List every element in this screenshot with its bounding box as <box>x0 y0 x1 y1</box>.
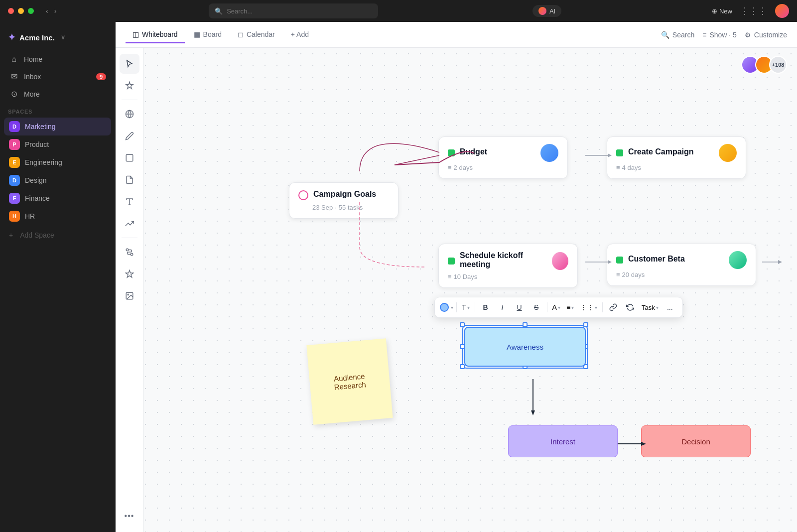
show-button[interactable]: ≡ Show · 5 <box>702 31 737 39</box>
sidebar-item-engineering[interactable]: E Engineering <box>4 153 111 171</box>
goals-status-circle <box>298 190 308 200</box>
schedule-kickoff-card[interactable]: Schedule kickoff meeting ≡ 10 Days <box>438 244 578 288</box>
chevron-down-icon: ▾ <box>595 305 597 310</box>
sidebar-item-inbox[interactable]: ✉ Inbox 9 <box>4 68 111 85</box>
new-button[interactable]: ⊕ New <box>712 7 732 15</box>
awareness-box[interactable]: Awareness <box>464 327 586 367</box>
list-icon: ≡ <box>448 164 452 171</box>
space-label: Design <box>25 176 47 184</box>
svg-point-5 <box>131 253 133 256</box>
decision-box[interactable]: Decision <box>641 425 751 457</box>
tab-board[interactable]: ▦ Board <box>187 26 229 43</box>
tab-whiteboard[interactable]: ◫ Whiteboard <box>126 26 185 43</box>
beta-avatar <box>729 251 747 269</box>
forward-arrow[interactable]: › <box>52 6 59 16</box>
arrow-tool[interactable] <box>120 214 139 234</box>
text-tool[interactable] <box>120 192 139 212</box>
filter-icon: ≡ <box>702 31 706 39</box>
fmt-separator-1 <box>456 302 457 312</box>
handle-tr[interactable] <box>583 322 588 327</box>
text-style-dropdown[interactable]: T ▾ <box>460 303 472 311</box>
link-button[interactable] <box>606 300 621 314</box>
square-tool[interactable] <box>120 148 139 168</box>
global-search-bar[interactable]: 🔍 <box>209 3 378 18</box>
content-area: ◫ Whiteboard ▦ Board ◻ Calendar + Add 🔍 <box>116 22 797 532</box>
sidebar-item-finance[interactable]: F Finance <box>4 189 111 207</box>
pencil-tool[interactable] <box>120 126 139 146</box>
add-view-button[interactable]: + Add <box>284 26 316 43</box>
board-icon: ▦ <box>194 30 200 38</box>
more-format-button[interactable]: ... <box>663 300 677 314</box>
sidebar-item-home[interactable]: ⌂ Home <box>4 51 111 68</box>
align-dropdown[interactable]: ≡ ▾ <box>564 303 576 311</box>
create-campaign-card[interactable]: Create Campaign ≡ 4 days <box>607 136 746 179</box>
back-arrow[interactable]: ‹ <box>44 6 50 16</box>
ai-button[interactable]: AI <box>532 5 561 17</box>
sidebar-item-hr[interactable]: H HR <box>4 207 111 225</box>
svg-point-7 <box>128 294 129 295</box>
list-dropdown[interactable]: ⋮⋮ ▾ <box>578 303 599 311</box>
chevron-down-icon: ∨ <box>61 34 65 41</box>
fmt-separator-3 <box>547 302 547 312</box>
create-campaign-meta: ≡ 4 days <box>616 164 737 171</box>
color-chevron: ▾ <box>451 305 453 310</box>
maximize-button[interactable] <box>28 8 34 14</box>
sidebar-logo[interactable]: ✦ Acme Inc. ∨ <box>0 28 115 51</box>
inbox-icon: ✉ <box>9 72 19 81</box>
sidebar-item-design[interactable]: D Design <box>4 171 111 189</box>
title-bar: ‹ › 🔍 AI ⊕ New ⋮⋮⋮ <box>0 0 797 22</box>
strikethrough-button[interactable]: S <box>529 300 544 314</box>
note-tool[interactable] <box>120 170 139 190</box>
global-search-input[interactable] <box>227 7 372 15</box>
italic-button[interactable]: I <box>495 300 510 314</box>
whiteboard-canvas[interactable]: ••• +108 <box>116 48 797 532</box>
bold-button[interactable]: B <box>478 300 493 314</box>
image-tool[interactable] <box>120 286 139 306</box>
tab-calendar[interactable]: ◻ Calendar <box>231 26 282 43</box>
customer-beta-card[interactable]: Customer Beta ≡ 20 days <box>607 244 756 286</box>
sidebar-item-marketing[interactable]: D Marketing <box>4 118 111 135</box>
cursor-tool[interactable] <box>120 54 139 74</box>
tabs: ◫ Whiteboard ▦ Board ◻ Calendar + Add <box>126 26 661 43</box>
create-campaign-status <box>616 149 623 156</box>
budget-avatar <box>540 144 558 162</box>
task-label: Task <box>642 304 655 311</box>
handle-bl[interactable] <box>460 364 465 369</box>
sidebar-item-label: Inbox <box>24 73 41 81</box>
awareness-label: Awareness <box>507 343 543 351</box>
avatar-overflow: +108 <box>769 56 787 74</box>
minimize-button[interactable] <box>18 8 24 14</box>
customize-button[interactable]: ⚙ Customize <box>745 31 787 39</box>
font-size-dropdown[interactable]: A ▾ <box>550 303 562 311</box>
grid-icon[interactable]: ⋮⋮⋮ <box>740 5 767 16</box>
more-tools[interactable]: ••• <box>120 506 139 526</box>
more-label: ... <box>667 303 673 311</box>
new-label: New <box>719 7 732 15</box>
spaces-list: D Marketing P Product E Engineering D De… <box>0 118 115 225</box>
add-space-button[interactable]: + Add Space <box>0 227 115 243</box>
search-button[interactable]: 🔍 Search <box>661 31 694 39</box>
close-button[interactable] <box>8 8 14 14</box>
handle-tl[interactable] <box>460 322 465 327</box>
ellipsis-icon: ••• <box>125 512 134 521</box>
campaign-goals-card[interactable]: Campaign Goals 23 Sep · 55 tasks <box>289 182 398 219</box>
color-picker[interactable] <box>440 303 449 312</box>
chevron-down-icon: ▾ <box>656 305 659 310</box>
connect-tool[interactable] <box>120 242 139 262</box>
underline-button[interactable]: U <box>512 300 527 314</box>
chevron-down-icon: ▾ <box>558 305 560 310</box>
svg-marker-17 <box>778 260 782 264</box>
magic-tool[interactable] <box>120 76 139 96</box>
spaces-label: Spaces <box>0 103 115 118</box>
user-avatar[interactable] <box>775 4 789 18</box>
ai-icon <box>538 7 546 15</box>
sidebar-item-more[interactable]: ⊙ More <box>4 85 111 103</box>
interest-box[interactable]: Interest <box>508 425 618 457</box>
budget-card[interactable]: Budget ≡ 2 days <box>438 136 568 179</box>
task-dropdown[interactable]: Task ▾ <box>640 304 661 311</box>
sidebar-item-label: More <box>24 90 40 98</box>
globe-tool[interactable] <box>120 104 139 124</box>
sidebar-item-product[interactable]: P Product <box>4 135 111 153</box>
sticky-note[interactable]: Audience Research <box>306 338 393 424</box>
sparkle-tool[interactable] <box>120 264 139 284</box>
